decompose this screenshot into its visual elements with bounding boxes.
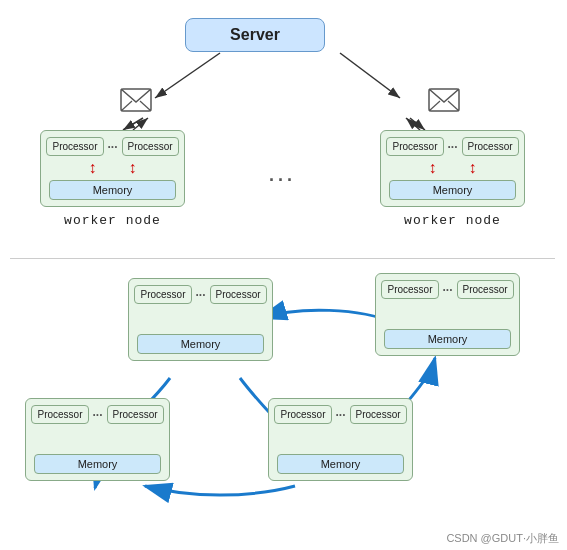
br-proc-1: Processor bbox=[274, 405, 331, 424]
left-processor-1: Processor bbox=[46, 137, 103, 156]
right-red-arrow-1: ↕ bbox=[429, 160, 437, 176]
server-label: Server bbox=[230, 26, 280, 44]
center-dots: ··· bbox=[269, 170, 296, 191]
right-memory: Memory bbox=[389, 180, 516, 200]
svg-line-2 bbox=[155, 53, 220, 98]
right-envelope-icon bbox=[428, 88, 460, 112]
left-dots: ··· bbox=[108, 140, 118, 154]
svg-line-7 bbox=[406, 118, 420, 130]
left-worker-label: worker node bbox=[64, 213, 161, 228]
watermark: CSDN @GDUT·小胖鱼 bbox=[446, 531, 559, 546]
bottom-left-node: Processor ··· Processor Memory bbox=[25, 398, 170, 481]
right-processor-1: Processor bbox=[386, 137, 443, 156]
left-worker-node: Processor ··· Processor ↕ ↕ Memory worke… bbox=[40, 130, 185, 228]
btr-memory: Memory bbox=[384, 329, 511, 349]
btr-proc-1: Processor bbox=[381, 280, 438, 299]
svg-line-5 bbox=[410, 118, 425, 130]
right-dots: ··· bbox=[448, 140, 458, 154]
btc-memory: Memory bbox=[137, 334, 264, 354]
btc-proc-1: Processor bbox=[134, 285, 191, 304]
divider bbox=[10, 258, 555, 259]
right-worker-label: worker node bbox=[404, 213, 501, 228]
server-box: Server bbox=[185, 18, 325, 52]
left-red-arrow-1: ↕ bbox=[89, 160, 97, 176]
left-envelope-icon bbox=[120, 88, 152, 112]
bottom-top-center-node: Processor ··· Processor Memory bbox=[128, 278, 273, 361]
bl-proc-2: Processor bbox=[107, 405, 164, 424]
bl-proc-1: Processor bbox=[31, 405, 88, 424]
svg-line-6 bbox=[133, 118, 148, 130]
svg-line-4 bbox=[340, 53, 400, 98]
bottom-diagram: Processor ··· Processor Memory Processor… bbox=[10, 268, 555, 538]
left-memory: Memory bbox=[49, 180, 176, 200]
br-proc-2: Processor bbox=[350, 405, 407, 424]
diagram-container: Server bbox=[0, 0, 567, 550]
svg-line-3 bbox=[123, 118, 143, 130]
br-memory: Memory bbox=[277, 454, 404, 474]
btr-proc-2: Processor bbox=[457, 280, 514, 299]
left-processor-2: Processor bbox=[122, 137, 179, 156]
btc-proc-2: Processor bbox=[210, 285, 267, 304]
right-worker-node: Processor ··· Processor ↕ ↕ Memory worke… bbox=[380, 130, 525, 228]
bl-memory: Memory bbox=[34, 454, 161, 474]
top-diagram: Server bbox=[10, 10, 555, 250]
right-processor-2: Processor bbox=[462, 137, 519, 156]
right-red-arrow-2: ↕ bbox=[469, 160, 477, 176]
bottom-top-right-node: Processor ··· Processor Memory bbox=[375, 273, 520, 356]
bottom-right-node: Processor ··· Processor Memory bbox=[268, 398, 413, 481]
left-red-arrow-2: ↕ bbox=[129, 160, 137, 176]
